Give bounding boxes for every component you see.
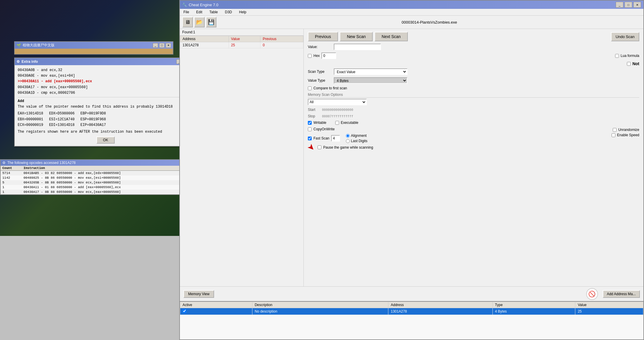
addr-address-cell: 1301A278 <box>388 308 492 315</box>
register-note: The registers shown here are AFTER the i… <box>18 129 193 135</box>
add-address-manually-button[interactable]: Add Address Ma... <box>603 290 640 298</box>
found-col-address[interactable]: Address <box>180 36 229 42</box>
ce-window: 🔧 Cheat Engine 7.0 _ □ ✕ File Edit Table… <box>179 0 644 340</box>
pvz-restore-btn[interactable]: □ <box>159 43 165 48</box>
hex-not-row: Hex Lua formula <box>308 52 639 59</box>
bottom-right-controls: 🚫 Add Address Ma... <box>586 288 640 300</box>
opcode-row: 1142 00489825 - 8B 86 60550000 - mov eax… <box>1 175 182 180</box>
pointer-text: The value of the pointer needed to find … <box>18 104 193 110</box>
ce-restore-btn[interactable]: □ <box>625 2 632 8</box>
reg-esp: ESP=0019F968 <box>80 117 106 122</box>
next-scan-button[interactable]: Next Scan <box>374 32 408 41</box>
pvz-close-btn[interactable]: ✕ <box>166 43 171 48</box>
opcodes-col-count: Count <box>1 166 22 171</box>
reg-eax: EAX=13014D18 <box>18 111 43 116</box>
addr-value-cell: 25 <box>575 308 643 315</box>
toolbar-save-btn[interactable]: 💾 <box>206 17 216 27</box>
ce-titlebar: 🔧 Cheat Engine 7.0 _ □ ✕ <box>180 1 643 9</box>
enable-speed-label: Enable Speed <box>617 133 639 137</box>
not-checkbox[interactable] <box>627 62 631 66</box>
previous-button[interactable]: Previous <box>308 32 338 41</box>
undo-scan-button[interactable]: Undo Scan <box>611 32 639 41</box>
addr-active-checkbox[interactable] <box>183 309 186 313</box>
reg-eip: EIP=00430A17 <box>80 122 106 128</box>
reg-esi: ESI=12C1A740 <box>49 117 74 122</box>
hex-value-input[interactable] <box>321 52 336 59</box>
addr-type-cell: 4 Bytes <box>492 308 575 315</box>
cancel-button[interactable]: 🚫 <box>586 288 598 300</box>
scan-type-label: Scan Type <box>308 70 331 74</box>
opcode-instr-1: 0041BAB5 - 03 82 60550000 - add eax,[edx… <box>22 171 182 176</box>
reg-ebp: EBP=0019F9D8 <box>80 111 106 116</box>
executable-label: Executable <box>341 121 358 125</box>
found-col-value[interactable]: Value <box>229 36 260 42</box>
toolbar-open-btn[interactable]: 📂 <box>194 17 205 27</box>
compare-first-scan-label: Compare to first scan <box>313 86 347 90</box>
menu-table[interactable]: Table <box>208 9 219 15</box>
value-type-select[interactable]: 4 Bytes <box>334 77 408 84</box>
stop-addr-row: Stop 00007fffffffffff <box>308 114 639 118</box>
compare-first-scan-row: Compare to first scan <box>308 86 639 90</box>
found-col-previous[interactable]: Previous <box>260 36 303 42</box>
enable-speed-checkbox[interactable] <box>612 133 615 137</box>
pause-game-checkbox-row: Pause the game while scanning <box>318 145 373 150</box>
found-row[interactable]: 1301A278 25 0 <box>180 42 303 48</box>
memory-scan-options-label: Memory Scan Options <box>308 93 639 98</box>
opcodes-window: ⚙ The following opcodes accessed 1301A27… <box>0 159 183 195</box>
new-scan-button[interactable]: New Scan <box>340 32 373 41</box>
ce-title: Cheat Engine 7.0 <box>189 3 218 7</box>
opcodes-titlebar: ⚙ The following opcodes accessed 1301A27… <box>1 160 182 166</box>
opcodes-title: The following opcodes accessed 1301A278 <box>7 161 76 165</box>
unrandom-speed-panel: Unrandomize Enable Speed <box>308 128 639 137</box>
memory-view-button[interactable]: Memory View <box>183 290 214 298</box>
ce-menubar: File Edit Table D3D Help <box>180 9 643 16</box>
registers-row2: EBX=00000001 ESI=12C1A740 ESP=0019F968 <box>18 117 193 122</box>
opcode-row: 5714 0041BAB5 - 03 82 60550000 - add eax… <box>1 171 182 176</box>
memory-scan-all-select[interactable]: All <box>308 99 367 105</box>
pvz-titlebar: 🌱 植物大战僵尸中文版 _ □ ✕ <box>15 42 173 49</box>
executable-checkbox[interactable] <box>335 121 339 125</box>
unrandomize-row: Unrandomize <box>613 128 639 132</box>
extra-info-body: 00430A0B - and ecx,32 00430A0E - mov eax… <box>15 65 196 146</box>
start-value: 0000000000000000 <box>322 108 353 112</box>
menu-help[interactable]: Help <box>238 9 248 15</box>
opcode-count-4: 1 <box>1 185 22 190</box>
ce-right-panel: Previous New Scan Next Scan Undo Scan Va… <box>304 29 643 309</box>
pause-game-checkbox[interactable] <box>318 145 321 149</box>
ce-close-btn[interactable]: ✕ <box>633 2 641 8</box>
addr-col-active: Active <box>180 302 252 308</box>
compare-first-scan-checkbox[interactable] <box>308 86 312 90</box>
found-previous: 0 <box>260 42 303 48</box>
scan-type-select[interactable]: Exact Value <box>334 68 408 75</box>
asm-line-5: 00430A1D - cmp ecx,00002706 <box>18 90 193 96</box>
not-label: Not <box>632 61 639 66</box>
unrandomize-label: Unrandomize <box>618 128 639 132</box>
ce-main-content: Found:1 Address Value Previous 1301A278 … <box>180 29 643 309</box>
hex-checkbox[interactable] <box>308 54 312 58</box>
scan-type-row: Scan Type Exact Value <box>308 68 639 75</box>
stop-label: Stop <box>308 114 320 118</box>
toolbar-computer-btn[interactable]: 🖥 <box>182 17 193 27</box>
value-type-label: Value Type <box>308 78 331 83</box>
opcode-instr-5: 00430A17 - 8B 88 60550000 - mov ecx,[eax… <box>22 190 182 194</box>
extra-info-icon: ⚙ <box>17 60 20 64</box>
opcode-instr-2: 00489825 - 8B 86 60550000 - mov eax,[esi… <box>22 175 182 180</box>
start-addr-row: Start 0000000000000000 <box>308 108 639 112</box>
menu-file[interactable]: File <box>182 9 190 15</box>
addr-list-row[interactable]: No description 1301A278 4 Bytes 25 <box>180 308 643 315</box>
pvz-icon: 🌱 <box>17 43 21 47</box>
ok-button[interactable]: OK <box>96 137 114 144</box>
found-address: 1301A278 <box>180 42 229 48</box>
ce-minimize-btn[interactable]: _ <box>616 2 623 8</box>
add-label: Add <box>18 98 193 104</box>
writable-checkbox[interactable] <box>308 121 312 125</box>
menu-d3d[interactable]: D3D <box>224 9 233 15</box>
opcode-count-3: 5 <box>1 180 22 185</box>
menu-edit[interactable]: Edit <box>195 9 203 15</box>
found-table: Address Value Previous 1301A278 25 0 <box>180 36 303 48</box>
value-input[interactable] <box>334 44 381 50</box>
unrandomize-checkbox[interactable] <box>613 128 617 132</box>
pvz-minimize-btn[interactable]: _ <box>153 43 158 48</box>
lua-formula-checkbox[interactable] <box>615 54 619 58</box>
extra-info-titlebar: ⚙ Extra info _ □ ✕ <box>15 58 196 65</box>
